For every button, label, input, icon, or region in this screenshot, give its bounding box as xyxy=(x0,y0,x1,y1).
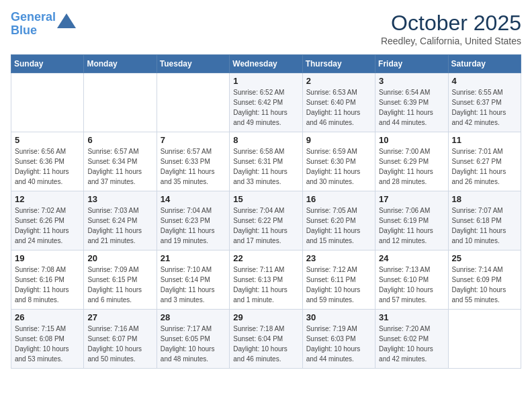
calendar-cell: 28Sunrise: 7:17 AM Sunset: 6:05 PM Dayli… xyxy=(157,310,229,369)
day-info: Sunrise: 7:14 AM Sunset: 6:09 PM Dayligh… xyxy=(452,265,517,305)
weekday-header-monday: Monday xyxy=(84,55,157,73)
calendar-cell: 16Sunrise: 7:05 AM Sunset: 6:20 PM Dayli… xyxy=(302,191,375,250)
day-info: Sunrise: 7:13 AM Sunset: 6:10 PM Dayligh… xyxy=(379,265,444,305)
day-number: 23 xyxy=(306,253,371,263)
calendar-cell: 27Sunrise: 7:16 AM Sunset: 6:07 PM Dayli… xyxy=(84,310,157,369)
day-number: 18 xyxy=(452,194,517,204)
day-info: Sunrise: 7:00 AM Sunset: 6:29 PM Dayligh… xyxy=(379,146,444,187)
day-number: 4 xyxy=(452,76,517,86)
calendar-cell: 26Sunrise: 7:15 AM Sunset: 6:08 PM Dayli… xyxy=(11,310,84,369)
day-number: 25 xyxy=(452,253,517,263)
day-number: 6 xyxy=(87,135,152,145)
day-info: Sunrise: 7:06 AM Sunset: 6:19 PM Dayligh… xyxy=(379,205,444,246)
day-info: Sunrise: 6:59 AM Sunset: 6:30 PM Dayligh… xyxy=(306,146,371,187)
day-info: Sunrise: 7:12 AM Sunset: 6:11 PM Dayligh… xyxy=(306,265,371,305)
calendar-week-4: 19Sunrise: 7:08 AM Sunset: 6:16 PM Dayli… xyxy=(11,250,521,310)
calendar-cell xyxy=(84,73,157,132)
day-number: 10 xyxy=(379,135,444,145)
day-info: Sunrise: 7:05 AM Sunset: 6:20 PM Dayligh… xyxy=(306,205,371,246)
day-number: 3 xyxy=(379,76,444,86)
day-number: 5 xyxy=(15,135,80,145)
day-number: 31 xyxy=(379,312,444,322)
day-info: Sunrise: 7:08 AM Sunset: 6:16 PM Dayligh… xyxy=(15,265,80,305)
calendar-cell xyxy=(157,73,229,132)
calendar-cell: 1Sunrise: 6:52 AM Sunset: 6:42 PM Daylig… xyxy=(230,73,302,132)
weekday-header-wednesday: Wednesday xyxy=(230,55,302,73)
calendar-cell: 17Sunrise: 7:06 AM Sunset: 6:19 PM Dayli… xyxy=(375,191,448,250)
calendar-cell: 11Sunrise: 7:01 AM Sunset: 6:27 PM Dayli… xyxy=(448,132,521,191)
calendar-cell: 18Sunrise: 7:07 AM Sunset: 6:18 PM Dayli… xyxy=(448,191,521,250)
calendar-cell: 20Sunrise: 7:09 AM Sunset: 6:15 PM Dayli… xyxy=(84,250,157,310)
calendar-cell xyxy=(11,73,84,132)
day-number: 17 xyxy=(379,194,444,204)
day-info: Sunrise: 6:57 AM Sunset: 6:34 PM Dayligh… xyxy=(87,146,152,187)
page-header: GeneralBlue October 2025 Reedley, Califo… xyxy=(11,11,521,46)
day-info: Sunrise: 7:02 AM Sunset: 6:26 PM Dayligh… xyxy=(15,205,80,246)
logo-icon xyxy=(57,13,76,28)
day-info: Sunrise: 6:55 AM Sunset: 6:37 PM Dayligh… xyxy=(452,87,517,128)
calendar-cell: 31Sunrise: 7:20 AM Sunset: 6:02 PM Dayli… xyxy=(375,310,448,369)
day-number: 21 xyxy=(161,253,226,263)
logo: GeneralBlue xyxy=(11,11,76,38)
calendar-week-5: 26Sunrise: 7:15 AM Sunset: 6:08 PM Dayli… xyxy=(11,310,521,369)
day-number: 30 xyxy=(306,312,371,322)
calendar-cell xyxy=(448,310,521,369)
calendar-cell: 8Sunrise: 6:58 AM Sunset: 6:31 PM Daylig… xyxy=(230,132,302,191)
day-number: 29 xyxy=(233,312,298,322)
calendar-cell: 23Sunrise: 7:12 AM Sunset: 6:11 PM Dayli… xyxy=(302,250,375,310)
day-number: 11 xyxy=(452,135,517,145)
day-info: Sunrise: 7:04 AM Sunset: 6:23 PM Dayligh… xyxy=(161,205,226,246)
day-number: 26 xyxy=(15,312,80,322)
day-info: Sunrise: 7:09 AM Sunset: 6:15 PM Dayligh… xyxy=(87,265,152,305)
weekday-header-thursday: Thursday xyxy=(302,55,375,73)
day-number: 22 xyxy=(233,253,298,263)
weekday-header-sunday: Sunday xyxy=(11,55,84,73)
day-number: 13 xyxy=(87,194,152,204)
calendar-table: SundayMondayTuesdayWednesdayThursdayFrid… xyxy=(11,54,521,369)
day-info: Sunrise: 6:54 AM Sunset: 6:39 PM Dayligh… xyxy=(379,87,444,128)
day-number: 8 xyxy=(233,135,298,145)
day-number: 14 xyxy=(161,194,226,204)
calendar-cell: 7Sunrise: 6:57 AM Sunset: 6:33 PM Daylig… xyxy=(157,132,229,191)
day-number: 28 xyxy=(161,312,226,322)
calendar-cell: 10Sunrise: 7:00 AM Sunset: 6:29 PM Dayli… xyxy=(375,132,448,191)
logo-text: GeneralBlue xyxy=(11,11,56,38)
calendar-cell: 12Sunrise: 7:02 AM Sunset: 6:26 PM Dayli… xyxy=(11,191,84,250)
calendar-week-3: 12Sunrise: 7:02 AM Sunset: 6:26 PM Dayli… xyxy=(11,191,521,250)
day-info: Sunrise: 6:52 AM Sunset: 6:42 PM Dayligh… xyxy=(233,87,298,128)
day-number: 9 xyxy=(306,135,371,145)
day-info: Sunrise: 6:56 AM Sunset: 6:36 PM Dayligh… xyxy=(15,146,80,187)
calendar-week-1: 1Sunrise: 6:52 AM Sunset: 6:42 PM Daylig… xyxy=(11,73,521,132)
calendar-cell: 2Sunrise: 6:53 AM Sunset: 6:40 PM Daylig… xyxy=(302,73,375,132)
day-number: 16 xyxy=(306,194,371,204)
day-number: 12 xyxy=(15,194,80,204)
day-info: Sunrise: 7:17 AM Sunset: 6:05 PM Dayligh… xyxy=(161,324,226,364)
calendar-cell: 29Sunrise: 7:18 AM Sunset: 6:04 PM Dayli… xyxy=(230,310,302,369)
calendar-cell: 22Sunrise: 7:11 AM Sunset: 6:13 PM Dayli… xyxy=(230,250,302,310)
day-info: Sunrise: 7:19 AM Sunset: 6:03 PM Dayligh… xyxy=(306,324,371,364)
calendar-cell: 5Sunrise: 6:56 AM Sunset: 6:36 PM Daylig… xyxy=(11,132,84,191)
day-number: 19 xyxy=(15,253,80,263)
day-info: Sunrise: 7:01 AM Sunset: 6:27 PM Dayligh… xyxy=(452,146,517,187)
day-number: 7 xyxy=(161,135,226,145)
calendar-cell: 3Sunrise: 6:54 AM Sunset: 6:39 PM Daylig… xyxy=(375,73,448,132)
location: Reedley, California, United States xyxy=(381,36,521,46)
calendar-header: SundayMondayTuesdayWednesdayThursdayFrid… xyxy=(11,55,521,73)
month-year: October 2025 xyxy=(381,11,521,36)
day-info: Sunrise: 7:10 AM Sunset: 6:14 PM Dayligh… xyxy=(161,265,226,305)
day-info: Sunrise: 7:03 AM Sunset: 6:24 PM Dayligh… xyxy=(87,205,152,246)
calendar-cell: 9Sunrise: 6:59 AM Sunset: 6:30 PM Daylig… xyxy=(302,132,375,191)
day-number: 24 xyxy=(379,253,444,263)
calendar-cell: 25Sunrise: 7:14 AM Sunset: 6:09 PM Dayli… xyxy=(448,250,521,310)
day-info: Sunrise: 7:11 AM Sunset: 6:13 PM Dayligh… xyxy=(233,265,298,305)
day-number: 2 xyxy=(306,76,371,86)
svg-marker-0 xyxy=(57,13,76,28)
day-number: 1 xyxy=(233,76,298,86)
calendar-cell: 24Sunrise: 7:13 AM Sunset: 6:10 PM Dayli… xyxy=(375,250,448,310)
day-info: Sunrise: 6:57 AM Sunset: 6:33 PM Dayligh… xyxy=(161,146,226,187)
day-info: Sunrise: 7:18 AM Sunset: 6:04 PM Dayligh… xyxy=(233,324,298,364)
title-block: October 2025 Reedley, California, United… xyxy=(381,11,521,46)
day-info: Sunrise: 7:07 AM Sunset: 6:18 PM Dayligh… xyxy=(452,205,517,246)
day-info: Sunrise: 7:20 AM Sunset: 6:02 PM Dayligh… xyxy=(379,324,444,364)
calendar-cell: 6Sunrise: 6:57 AM Sunset: 6:34 PM Daylig… xyxy=(84,132,157,191)
